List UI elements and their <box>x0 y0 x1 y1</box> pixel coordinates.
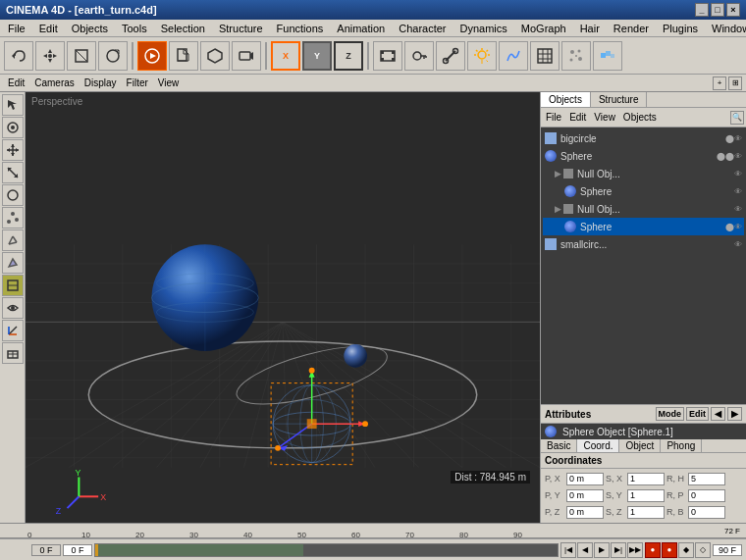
lt-coords-btn[interactable] <box>2 342 24 364</box>
menu-structure[interactable]: Structure <box>213 22 269 35</box>
key-button[interactable] <box>404 41 434 71</box>
tab-structure[interactable]: Structure <box>591 92 648 107</box>
coord-rh-input[interactable] <box>688 473 725 485</box>
coord-rp-input[interactable] <box>688 489 725 502</box>
vp-view-btn[interactable]: View <box>154 77 184 88</box>
obj-sphere-2[interactable]: Sphere 👁 <box>543 182 744 200</box>
obj-sphere-3[interactable]: Sphere ⬤ 👁 <box>543 218 744 235</box>
rotate-button[interactable] <box>98 41 128 71</box>
new-scene-button[interactable] <box>169 41 198 71</box>
maximize-button[interactable]: □ <box>711 3 724 17</box>
vp-cameras-btn[interactable]: Cameras <box>30 77 79 88</box>
coord-sy-input[interactable] <box>627 489 665 502</box>
transport-buttons[interactable]: |◀ ◀ ▶ ▶| ▶▶ <box>560 542 643 558</box>
objects-list[interactable]: bigcircle ⬤ 👁 Sphere ⬤ ⬤ 👁 ▶ <box>541 127 746 404</box>
attr-edit-btn[interactable]: Edit <box>686 407 709 421</box>
lt-points-btn[interactable] <box>2 207 24 229</box>
menu-render[interactable]: Render <box>608 22 655 35</box>
attr-mode-btn[interactable]: Mode <box>656 407 685 421</box>
lt-uv-btn[interactable] <box>2 275 24 296</box>
vp-display-btn[interactable]: Display <box>80 77 121 88</box>
coord-sz-input[interactable] <box>627 506 665 519</box>
menu-edit[interactable]: Edit <box>33 22 64 35</box>
menu-hair[interactable]: Hair <box>574 22 606 35</box>
obj-bigcircle[interactable]: bigcircle ⬤ 👁 <box>543 129 744 147</box>
texture-button[interactable] <box>530 41 560 71</box>
objects-file-menu[interactable]: File <box>543 112 564 123</box>
coord-pz-input[interactable] <box>566 506 604 519</box>
tab-objects[interactable]: Objects <box>541 92 591 107</box>
transport-last[interactable]: ▶▶ <box>627 542 643 558</box>
bone-button[interactable] <box>436 41 465 71</box>
transport-next[interactable]: ▶| <box>611 542 626 558</box>
tl-min-frame[interactable]: 0 F <box>63 544 92 556</box>
obj-smallcirc[interactable]: smallcirc... 👁 <box>543 235 744 253</box>
attr-nav-prev[interactable]: ◀ <box>711 407 725 421</box>
lt-move-btn[interactable] <box>2 139 24 161</box>
undo-button[interactable] <box>4 41 33 71</box>
lt-rotate-btn[interactable] <box>2 184 24 206</box>
obj-null2-arrow[interactable]: ▶ <box>555 204 561 214</box>
attr-tab-basic[interactable]: Basic <box>541 439 577 452</box>
obj-sphere1-eye[interactable]: 👁 <box>734 152 742 161</box>
menu-selection[interactable]: Selection <box>155 22 211 35</box>
minimize-button[interactable]: _ <box>695 3 709 17</box>
attr-tab-phong[interactable]: Phong <box>661 439 702 452</box>
menu-file[interactable]: File <box>2 22 31 35</box>
coord-rb-input[interactable] <box>688 506 725 519</box>
coord-py-input[interactable] <box>566 489 604 502</box>
obj-sphere2-eye[interactable]: 👁 <box>734 187 742 196</box>
vp-filter-btn[interactable]: Filter <box>123 77 152 88</box>
lt-live-select-btn[interactable] <box>2 117 24 138</box>
coord-sx-input[interactable] <box>627 473 665 485</box>
record-auto-btn[interactable]: ● <box>662 542 677 558</box>
particles-button[interactable] <box>561 41 591 71</box>
objects-edit-menu[interactable]: Edit <box>566 112 589 123</box>
obj-null1-eye[interactable]: 👁 <box>734 170 742 178</box>
menu-plugins[interactable]: Plugins <box>657 22 704 35</box>
menu-animation[interactable]: Animation <box>331 22 391 35</box>
vp-maximize-icon[interactable]: + <box>713 76 726 90</box>
lt-axis-btn[interactable] <box>2 320 24 341</box>
xray-button[interactable]: X <box>271 41 300 71</box>
z-button[interactable]: Z <box>334 41 363 71</box>
obj-null2-eye[interactable]: 👁 <box>734 205 742 214</box>
attr-nav-next[interactable]: ▶ <box>727 407 742 421</box>
record-buttons[interactable]: ● ● ◆ ◇ <box>645 542 711 558</box>
move-button[interactable] <box>35 41 65 71</box>
keyframe-btn[interactable]: ◆ <box>678 542 694 558</box>
vp-layout-icon[interactable]: ⊞ <box>728 76 742 90</box>
attr-tab-object[interactable]: Object <box>619 439 661 452</box>
menu-dynamics[interactable]: Dynamics <box>454 22 513 35</box>
coord-px-input[interactable] <box>566 473 604 485</box>
lt-select-btn[interactable] <box>2 94 24 116</box>
deformer-button[interactable] <box>499 41 528 71</box>
lt-edges-btn[interactable] <box>2 229 24 251</box>
obj-null1-arrow[interactable]: ▶ <box>555 169 561 178</box>
record-btn[interactable]: ● <box>645 542 661 558</box>
transport-first[interactable]: |◀ <box>560 542 576 558</box>
render-button[interactable] <box>137 41 167 71</box>
obj-sphere-1[interactable]: Sphere ⬤ ⬤ 👁 <box>543 147 744 165</box>
timeline-track[interactable] <box>94 543 559 557</box>
camera-button[interactable] <box>232 41 261 71</box>
scale-button[interactable] <box>67 41 96 71</box>
obj-null-2[interactable]: ▶ Null Obj... 👁 <box>543 200 744 218</box>
lt-snap-btn[interactable] <box>2 297 24 319</box>
keyframe2-btn[interactable]: ◇ <box>695 542 711 558</box>
menu-tools[interactable]: Tools <box>116 22 153 35</box>
menu-character[interactable]: Character <box>393 22 452 35</box>
transport-play[interactable]: ▶ <box>594 542 610 558</box>
y-button[interactable]: Y <box>302 41 332 71</box>
obj-null-1[interactable]: ▶ Null Obj... 👁 <box>543 165 744 182</box>
objects-objects-menu[interactable]: Objects <box>620 112 660 123</box>
film-button[interactable] <box>373 41 402 71</box>
menu-mograph[interactable]: MoGraph <box>515 22 572 35</box>
vp-edit-btn[interactable]: Edit <box>4 77 28 88</box>
lt-polygons-btn[interactable] <box>2 252 24 274</box>
menu-functions[interactable]: Functions <box>271 22 330 35</box>
transport-prev[interactable]: ◀ <box>577 542 593 558</box>
objects-search-icon[interactable]: 🔍 <box>730 111 744 125</box>
menu-objects[interactable]: Objects <box>66 22 114 35</box>
obj-sphere3-eye[interactable]: 👁 <box>734 223 742 231</box>
